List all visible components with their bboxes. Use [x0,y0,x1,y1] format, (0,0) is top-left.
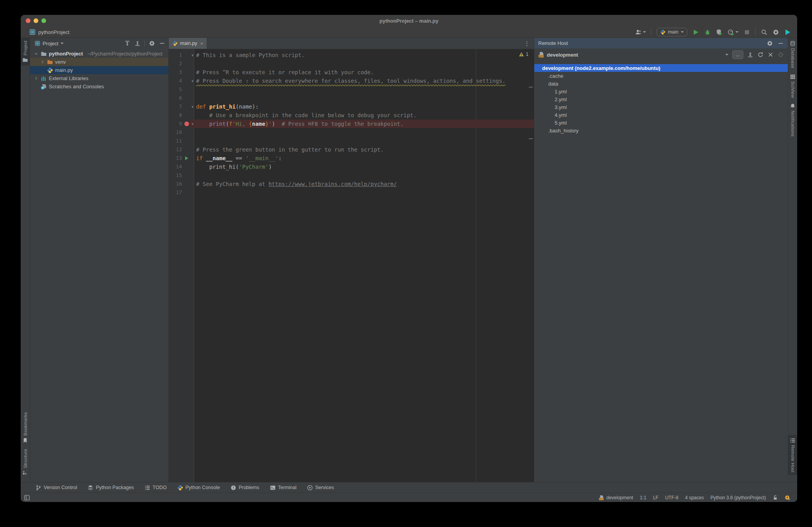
project-widget[interactable]: pythonProject [29,29,70,35]
line-number[interactable]: 14 [169,163,184,171]
line-number[interactable]: 9 [169,120,184,128]
tree-item[interactable]: YML1.yml [534,88,788,95]
status-item-4-spaces[interactable]: 4 spaces [685,495,704,500]
code-line[interactable]: 15 [169,171,534,180]
tree-item[interactable]: Scratches and Consoles [30,82,168,91]
locate-button[interactable] [778,52,784,58]
status-item-python-3-8-pythonproject-[interactable]: Python 3.8 (pythonProject) [710,495,766,500]
close-tab-icon[interactable]: × [200,41,203,46]
tree-item[interactable]: main.py [30,66,168,74]
code-text[interactable] [195,137,534,145]
toolwindow-button-terminal[interactable]: Terminal [270,485,296,491]
toolwindow-button-problems[interactable]: Problems [230,485,259,491]
status-item[interactable] [773,495,778,500]
profiler-button[interactable] [728,29,739,36]
collapse-all-button[interactable] [747,52,753,58]
tool-strip-button-structure[interactable]: Structure [21,446,30,478]
code-line[interactable]: 9∨ print(f'Hi, {name}') # Press ⌘F8 to t… [169,120,534,128]
code-line[interactable]: 8 # Use a breakpoint in the code line be… [169,111,534,120]
tool-strip-button-remote-host[interactable]: Remote Host [788,435,797,475]
code-line[interactable]: 7∨def print_hi(name): [169,102,534,111]
settings-button[interactable] [773,29,779,36]
tool-strip-button-project[interactable]: Project [21,38,30,66]
hide-panel-button[interactable] [159,40,165,46]
code-text[interactable] [195,128,534,137]
toolwindow-button-python-packages[interactable]: Python Packages [87,485,134,491]
line-number[interactable]: 12 [169,145,184,154]
code-editor[interactable]: 1∨# This is a sample Python script.23# P… [169,49,534,482]
run-with-coverage-button[interactable] [716,29,723,36]
code-text[interactable]: # This is a sample Python script. [195,51,534,59]
toolwindow-button-python-console[interactable]: Python Console [177,485,220,491]
line-number[interactable]: 4 [169,77,184,85]
code-text[interactable] [195,188,534,197]
more-actions-button[interactable]: ... [732,50,743,59]
tree-item[interactable]: External Libraries [30,74,168,82]
code-line[interactable]: 12# Press the green button in the gutter… [169,145,534,154]
code-line[interactable]: 1∨# This is a sample Python script. [169,51,534,59]
fold-marker[interactable]: ∨ [190,51,195,59]
line-number[interactable]: 11 [169,137,184,145]
code-text[interactable]: # See PyCharm help at https://www.jetbra… [195,180,534,188]
fold-marker[interactable]: ∨ [190,77,195,85]
code-line[interactable]: 13if __name__ == '__main__': [169,154,534,163]
tree-item[interactable]: pythonProject~/PycharmProjects/pythonPro… [30,50,168,58]
line-number[interactable]: 13 [169,154,184,163]
line-number[interactable]: 5 [169,85,184,94]
tree-item[interactable]: ?.bash_history [534,127,788,134]
breakpoint-icon[interactable] [184,121,189,126]
code-text[interactable] [195,59,534,68]
status-item-utf-8[interactable]: UTF-8 [665,495,678,500]
project-options-button[interactable] [149,40,155,46]
code-text[interactable]: # Use a breakpoint in the code line belo… [195,111,534,120]
code-line[interactable]: 11 [169,137,534,145]
chevron-slot[interactable] [39,60,45,64]
tree-item[interactable]: data [534,80,788,88]
code-text[interactable]: def print_hi(name): [195,102,534,111]
close-panel-button[interactable] [767,52,774,58]
tool-strip-button-database[interactable]: Database [788,38,797,71]
code-text[interactable]: # Press ^R to execute it or replace it w… [195,68,534,77]
run-line-icon[interactable] [185,156,188,160]
code-line[interactable]: 14 print_hi('PyCharm') [169,163,534,171]
code-text[interactable]: # Press the green button in the gutter t… [195,145,534,154]
code-text[interactable]: print(f'Hi, {name}') # Press ⌘F8 to togg… [195,120,534,128]
toolwindow-button-todo[interactable]: TODO [145,485,167,491]
line-number[interactable]: 1 [169,51,184,59]
code-line[interactable]: 6 [169,94,534,102]
code-text[interactable]: print_hi('PyCharm') [195,163,534,171]
line-number[interactable]: 15 [169,171,184,180]
code-line[interactable]: 3# Press ^R to execute it or replace it … [169,68,534,77]
line-number[interactable]: 8 [169,111,184,120]
tool-strip-button-sciview[interactable]: SciView [788,71,797,101]
tree-item[interactable]: .cache [534,72,788,80]
line-number[interactable]: 6 [169,94,184,102]
tree-item[interactable]: YML5.yml [534,119,788,127]
run-gutter[interactable] [184,154,190,163]
line-number[interactable]: 16 [169,180,184,188]
tab-main-py[interactable]: main.py × [169,38,207,49]
debug-button[interactable] [704,29,711,36]
chevron-slot[interactable] [33,76,39,80]
toolwindow-button-services[interactable]: Services [307,485,334,491]
status-item-development[interactable]: SFTPdevelopment [599,495,633,500]
code-text[interactable] [195,171,534,180]
code-text[interactable] [195,94,534,102]
tab-options-kebab-icon[interactable]: ⋮ [524,40,530,47]
layout-icon[interactable] [24,495,30,501]
hide-panel-button[interactable] [778,40,784,46]
code-text[interactable]: if __name__ == '__main__': [195,154,534,163]
tree-item[interactable]: YML3.yml [534,103,788,111]
project-panel-title[interactable]: Project [43,41,58,46]
status-item-lf[interactable]: LF [653,495,659,500]
fold-marker[interactable]: ∨ [190,102,195,111]
chevron-slot[interactable] [33,52,39,56]
inspections-widget[interactable]: 1 [519,52,528,57]
search-everywhere-button[interactable] [761,29,767,36]
stop-button[interactable] [744,29,750,36]
server-select[interactable]: SFTP development [538,52,728,58]
code-line[interactable]: 2 [169,59,534,68]
run-configuration-select[interactable]: main [657,28,687,36]
remote-options-button[interactable] [767,40,773,46]
code-line[interactable]: 17 [169,188,534,197]
